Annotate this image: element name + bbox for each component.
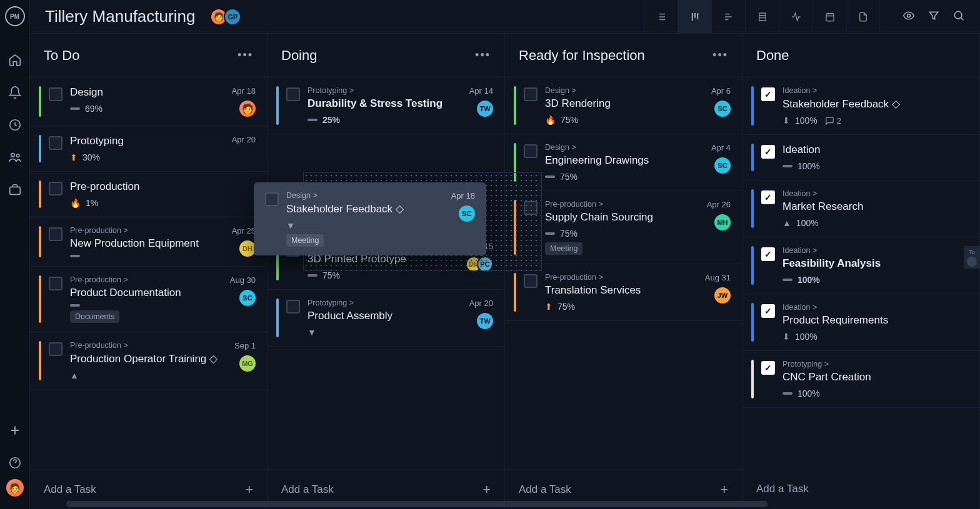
column-doing: Doing••• Prototyping >Durability & Stres…: [268, 34, 505, 509]
task-checkbox[interactable]: [49, 277, 62, 290]
task-checkbox[interactable]: ✓: [761, 247, 775, 261]
search-icon[interactable]: [952, 9, 965, 24]
task-card[interactable]: ✓Ideation >Product Requirements⬇100%: [742, 294, 979, 351]
priority-down-grey-icon: ▼: [286, 220, 295, 230]
filter-icon[interactable]: [928, 9, 940, 24]
task-checkbox[interactable]: [49, 87, 62, 101]
task-card[interactable]: Prototyping >Product Assembly▼Apr 20TW: [268, 290, 504, 347]
task-checkbox[interactable]: [49, 342, 62, 356]
priority-down-icon: ⬇: [782, 332, 790, 342]
home-icon[interactable]: [8, 52, 22, 67]
task-card[interactable]: Design >3D Rendering🔥75%Apr 6SC: [505, 77, 742, 134]
help-icon[interactable]: [8, 455, 22, 470]
plus-icon: +: [482, 482, 491, 498]
priority-fire-icon: 🔥: [545, 115, 556, 125]
eye-icon[interactable]: [902, 9, 915, 24]
priority-fire-icon: 🔥: [70, 198, 81, 208]
calendar-view-tab[interactable]: [812, 0, 846, 34]
assignee-avatar[interactable]: SC: [714, 101, 731, 117]
task-checkbox[interactable]: [524, 87, 538, 101]
milestone-icon: ◇: [396, 203, 404, 215]
task-checkbox[interactable]: ✓: [761, 145, 775, 159]
task-checkbox[interactable]: ✓: [761, 87, 775, 101]
column-title: Ready for Inspection: [519, 47, 645, 64]
bell-icon[interactable]: [8, 85, 22, 100]
priority-bar-icon: [308, 274, 318, 277]
assignee-avatar[interactable]: TW: [477, 313, 493, 329]
sheet-view-tab[interactable]: [745, 0, 779, 34]
column-menu[interactable]: •••: [475, 49, 491, 62]
priority-bar-icon: [782, 392, 792, 395]
task-card[interactable]: Prototyping >Durability & Stress Testing…: [268, 77, 504, 134]
briefcase-icon[interactable]: [8, 182, 22, 197]
assignee-avatar[interactable]: SC: [714, 157, 731, 174]
task-checkbox[interactable]: ✓: [761, 361, 775, 375]
assignee-avatar[interactable]: MG: [239, 355, 256, 372]
assignee-avatar[interactable]: TW: [477, 101, 493, 117]
task-checkbox[interactable]: ✓: [761, 304, 775, 318]
gantt-view-tab[interactable]: [711, 0, 745, 34]
left-sidebar: PM 🧑: [0, 0, 30, 509]
priority-bar-icon: [782, 165, 792, 167]
horizontal-scrollbar[interactable]: [66, 501, 768, 507]
assignee-avatar[interactable]: 🧑: [239, 101, 256, 117]
priority-up-icon: ⬆: [545, 302, 552, 312]
column-done: Done ✓Ideation >Stakeholder Feedback ◇⬇1…: [742, 34, 980, 509]
svg-point-8: [954, 11, 962, 19]
task-checkbox[interactable]: [49, 136, 62, 150]
priority-bar-icon: [308, 119, 318, 121]
task-card[interactable]: Prototyping⬆30%Apr 20: [30, 126, 267, 172]
task-card[interactable]: ✓Ideation >Stakeholder Feedback ◇⬇100%2: [742, 77, 979, 135]
column-menu[interactable]: •••: [712, 49, 728, 62]
task-checkbox[interactable]: [524, 274, 538, 288]
assignee-avatar[interactable]: SC: [459, 205, 475, 222]
side-float-button[interactable]: To: [964, 246, 980, 269]
clock-icon[interactable]: [8, 117, 22, 132]
priority-bar-icon: [545, 175, 555, 178]
task-card[interactable]: Pre-production >Product DocumentationDoc…: [30, 267, 267, 332]
task-checkbox[interactable]: [265, 192, 279, 206]
activity-view-tab[interactable]: [779, 0, 812, 34]
task-checkbox[interactable]: [286, 300, 300, 314]
task-card[interactable]: Pre-production >Production Operator Trai…: [30, 332, 267, 390]
user-avatar[interactable]: 🧑: [6, 479, 24, 497]
milestone-icon: ◇: [892, 98, 900, 110]
column-menu[interactable]: •••: [238, 49, 253, 62]
task-card[interactable]: Pre-production >New Production Equipment…: [30, 217, 267, 267]
plus-icon[interactable]: [8, 423, 22, 438]
task-checkbox[interactable]: [524, 144, 538, 158]
project-title: Tillery Manufacturing: [45, 7, 195, 26]
task-checkbox[interactable]: ✓: [761, 190, 775, 204]
tag-chip: Documents: [70, 310, 119, 323]
task-card[interactable]: Pre-production >Translation Services⬆75%…: [505, 264, 742, 321]
column-ready: Ready for Inspection••• Design >3D Rende…: [505, 34, 742, 509]
task-card[interactable]: ✓Ideation >Feasibility Analysis100%: [742, 237, 979, 294]
team-avatars[interactable]: 🧑 GP: [210, 8, 241, 26]
task-card[interactable]: ✓Ideation100%: [742, 135, 979, 180]
dragging-card[interactable]: Design > Stakeholder Feedback ◇ ▼ Meetin…: [254, 182, 486, 255]
task-checkbox[interactable]: [49, 182, 62, 195]
member-badge[interactable]: GP: [224, 8, 241, 26]
task-card[interactable]: Pre-production🔥1%: [30, 172, 267, 217]
list-view-tab[interactable]: [644, 0, 678, 34]
assignee-avatar[interactable]: MH: [714, 214, 731, 230]
task-card[interactable]: ✓Ideation >Market Research▲100%: [742, 180, 979, 237]
priority-up-icon: ⬆: [70, 152, 78, 162]
svg-point-1: [11, 154, 14, 157]
task-checkbox[interactable]: [49, 227, 62, 241]
priority-bar-icon: [782, 279, 792, 281]
people-icon[interactable]: [8, 150, 22, 165]
task-checkbox[interactable]: [286, 87, 300, 101]
assignee-avatar[interactable]: JW: [714, 287, 731, 304]
app-logo[interactable]: PM: [5, 6, 25, 26]
file-view-tab[interactable]: [846, 0, 880, 34]
svg-rect-3: [9, 187, 20, 194]
assignee-avatar[interactable]: SC: [239, 290, 256, 306]
priority-up-grey-icon: ▲: [782, 218, 791, 228]
comment-icon[interactable]: 2: [825, 116, 841, 126]
column-todo: To Do••• Design69%Apr 18🧑 Prototyping⬆30…: [30, 34, 268, 509]
task-card[interactable]: Design69%Apr 18🧑: [30, 77, 267, 126]
add-task-button[interactable]: Add a Task: [742, 469, 979, 509]
board-view-tab[interactable]: [678, 0, 711, 34]
task-card[interactable]: ✓Prototyping >CNC Part Creation100%: [742, 351, 979, 408]
